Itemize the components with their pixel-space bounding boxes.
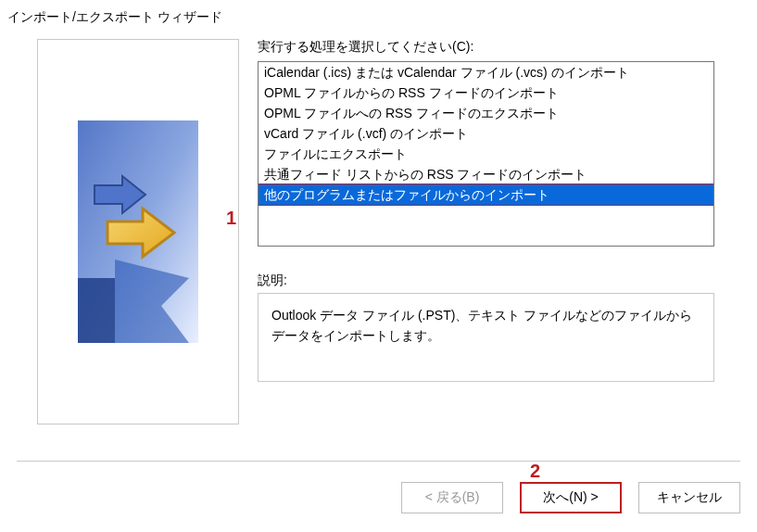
description-text: Outlook データ ファイル (.PST)、テキスト ファイルなどのファイル…	[271, 308, 692, 343]
next-button[interactable]: 次へ(N) >	[520, 482, 622, 513]
cancel-button[interactable]: キャンセル	[638, 482, 740, 513]
list-item[interactable]: vCard ファイル (.vcf) のインポート	[259, 123, 713, 144]
description-label: 説明:	[258, 272, 714, 289]
back-button[interactable]: < 戻る(B)	[401, 482, 503, 513]
dialog-content: 実行する処理を選択してください(C): iCalendar (.ics) または…	[0, 39, 757, 424]
wizard-right-panel: 実行する処理を選択してください(C): iCalendar (.ics) または…	[258, 39, 742, 424]
list-item[interactable]: OPML ファイルへの RSS フィードのエクスポート	[259, 103, 713, 123]
wizard-arrows-icon	[78, 120, 198, 343]
action-listbox[interactable]: iCalendar (.ics) または vCalendar ファイル (.vc…	[258, 61, 714, 247]
list-item[interactable]: OPML ファイルからの RSS フィードのインポート	[259, 82, 713, 103]
wizard-graphic-panel	[37, 39, 239, 424]
annotation-1: 1	[226, 208, 236, 229]
import-export-wizard-dialog: インポート/エクスポート ウィザード	[0, 0, 757, 532]
list-item[interactable]: iCalendar (.ics) または vCalendar ファイル (.vc…	[259, 62, 713, 82]
list-item[interactable]: 他のプログラムまたはファイルからのインポート	[259, 184, 713, 205]
list-item[interactable]: 共通フィード リストからの RSS フィードのインポート	[259, 164, 713, 184]
list-item[interactable]: ファイルにエクスポート	[259, 144, 713, 164]
dialog-footer: < 戻る(B) 次へ(N) > キャンセル	[17, 461, 740, 513]
description-box: Outlook データ ファイル (.PST)、テキスト ファイルなどのファイル…	[258, 293, 714, 382]
svg-marker-1	[78, 278, 115, 343]
dialog-title: インポート/エクスポート ウィザード	[0, 0, 757, 39]
action-select-label: 実行する処理を選択してください(C):	[258, 39, 714, 56]
